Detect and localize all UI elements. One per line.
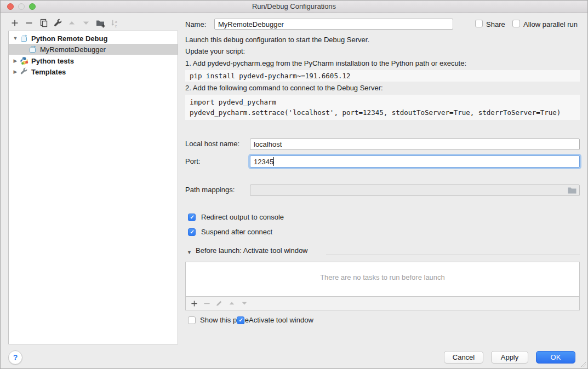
local-host-name-input[interactable] <box>250 139 580 150</box>
add-configuration-button[interactable] <box>8 17 21 29</box>
before-launch-collapse-icon[interactable]: ▼ <box>187 248 192 257</box>
arrow-down-icon <box>241 300 248 307</box>
plus-icon <box>10 19 19 27</box>
remove-task-button[interactable] <box>203 299 210 307</box>
tree-item-label: MyRemoteDebugger <box>40 45 106 54</box>
arrow-up-icon <box>68 19 76 27</box>
minus-icon <box>25 19 33 27</box>
instruction-step-2: 2. Add the following command to connect … <box>185 84 383 93</box>
tree-item-label: Templates <box>31 68 66 76</box>
add-task-button[interactable] <box>190 299 198 307</box>
name-input[interactable] <box>214 19 453 30</box>
show-this-page-checkbox[interactable] <box>188 316 196 324</box>
minus-icon <box>203 300 210 307</box>
allow-parallel-run-label: Allow parallel run <box>523 20 578 29</box>
remote-debug-icon <box>28 45 37 54</box>
create-folder-button[interactable] <box>94 17 107 29</box>
task-list-toolbar <box>185 297 580 310</box>
move-task-up-button[interactable] <box>228 299 236 307</box>
settrace-code-line-1: import pydevd_pycharm <box>190 98 276 106</box>
apply-button[interactable]: Apply <box>491 351 528 364</box>
path-mappings-browse-button[interactable] <box>567 187 577 194</box>
tree-item-templates[interactable]: ▶ Templates <box>9 66 178 77</box>
instruction-line-2: Update your script: <box>185 47 245 56</box>
tree-item-python-tests[interactable]: ▶ Python tests <box>9 55 178 66</box>
tree-item-label: Python Remote Debug <box>31 34 107 43</box>
empty-task-list-text: There are no tasks to run before launch <box>186 273 579 281</box>
redirect-output-checkbox[interactable] <box>188 214 196 221</box>
instruction-line-1: Launch this debug configuration to start… <box>185 36 369 44</box>
sort-configurations-button[interactable]: az <box>108 17 121 29</box>
window-title: Run/Debug Configurations <box>1 2 587 10</box>
chevron-expanded-icon[interactable]: ▼ <box>12 36 19 41</box>
folder-plus-icon <box>95 18 105 28</box>
remote-debug-icon <box>20 34 28 43</box>
redirect-output-label: Redirect output to console <box>201 213 284 222</box>
remove-configuration-button[interactable] <box>22 17 36 29</box>
tree-item-label: Python tests <box>31 57 74 65</box>
edit-templates-button[interactable] <box>51 17 64 29</box>
settrace-code-line-2: pydevd_pycharm.settrace('localhost', por… <box>190 108 561 117</box>
section-divider <box>326 255 580 255</box>
name-label: Name: <box>185 20 206 29</box>
port-label: Port: <box>185 157 200 166</box>
arrow-down-icon <box>82 19 90 27</box>
tree-item-myremotedebugger[interactable]: MyRemoteDebugger <box>9 44 178 55</box>
move-task-down-button[interactable] <box>241 299 248 307</box>
allow-parallel-run-checkbox[interactable] <box>512 20 520 27</box>
resize-grip[interactable] <box>580 361 586 367</box>
instruction-step-1: 1. Add pydevd-pycharm.egg from the PyCha… <box>185 59 466 68</box>
pip-install-code: pip install pydevd-pycharm~=191.6605.12 <box>185 70 580 82</box>
copy-icon <box>38 18 48 28</box>
sort-az-icon: az <box>110 19 119 28</box>
share-label: Share <box>486 20 505 29</box>
move-down-button[interactable] <box>79 17 93 29</box>
tree-item-python-remote-debug[interactable]: ▼ Python Remote Debug <box>9 33 178 44</box>
before-launch-title: Before launch: Activate tool window <box>196 246 308 255</box>
title-bar: Run/Debug Configurations <box>1 1 587 13</box>
activate-tool-window-checkbox[interactable] <box>237 316 244 324</box>
activate-tool-window-label: Activate tool window <box>249 316 313 325</box>
suspend-after-connect-label: Suspend after connect <box>201 228 272 237</box>
share-checkbox[interactable] <box>475 20 483 27</box>
settrace-code: import pydevd_pycharmpydevd_pycharm.sett… <box>185 95 580 120</box>
wrench-icon <box>53 19 62 28</box>
path-mappings-input[interactable] <box>250 184 580 196</box>
text-cursor <box>273 157 274 166</box>
before-launch-task-list: There are no tasks to run before launch <box>185 262 580 297</box>
python-tests-icon <box>20 56 28 65</box>
cancel-button[interactable]: Cancel <box>444 351 483 364</box>
move-up-button[interactable] <box>65 17 78 29</box>
run-debug-configurations-dialog: Run/Debug Configurations <box>0 0 588 369</box>
copy-configuration-button[interactable] <box>37 17 50 29</box>
svg-text:z: z <box>115 23 117 27</box>
local-host-name-label: Local host name: <box>185 140 239 148</box>
arrow-up-icon <box>229 300 235 307</box>
pencil-icon <box>215 299 223 307</box>
ok-button[interactable]: OK <box>536 351 575 364</box>
configurations-tree: ▼ Python Remote Debug MyRemoteDebugger ▶… <box>8 31 178 344</box>
chevron-collapsed-icon[interactable]: ▶ <box>12 69 19 74</box>
path-mappings-label: Path mappings: <box>185 186 235 194</box>
port-input[interactable] <box>250 155 580 168</box>
edit-task-button[interactable] <box>215 299 223 307</box>
chevron-collapsed-icon[interactable]: ▶ <box>12 58 19 64</box>
help-button[interactable]: ? <box>8 350 22 365</box>
plus-icon <box>191 300 198 307</box>
configurations-toolbar: az <box>8 17 121 29</box>
folder-icon <box>567 187 577 194</box>
suspend-after-connect-checkbox[interactable] <box>188 228 196 236</box>
wrench-icon <box>20 67 28 76</box>
